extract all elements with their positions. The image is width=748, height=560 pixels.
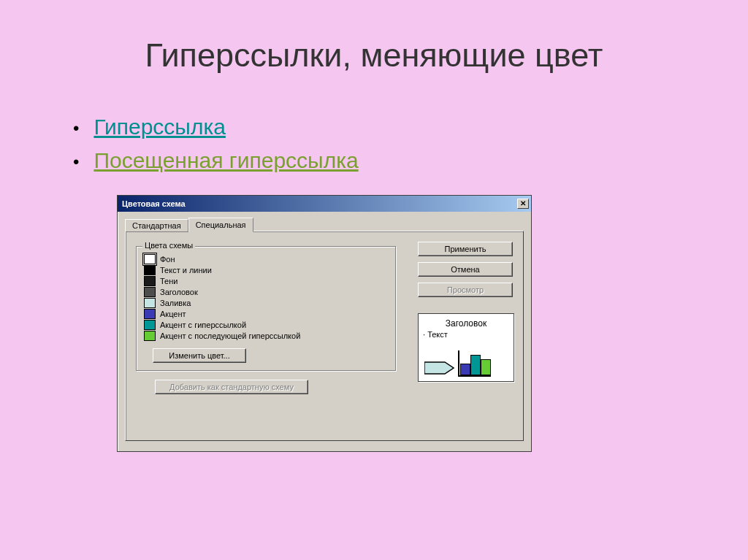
swatch-row[interactable]: Заливка	[144, 298, 388, 308]
color-swatch[interactable]	[144, 265, 156, 275]
slide: Гиперссылки, меняющие цвет • Гиперссылка…	[0, 0, 748, 560]
apply-button[interactable]: Применить	[418, 242, 513, 256]
bullet-item: • Посещенная гиперссылка	[73, 148, 697, 173]
color-swatch[interactable]	[144, 287, 156, 297]
swatch-label: Заливка	[160, 299, 191, 307]
dialog-titlebar[interactable]: Цветовая схема ✕	[118, 196, 531, 212]
groupbox-label: Цвета схемы	[142, 241, 195, 250]
cancel-button[interactable]: Отмена	[418, 262, 513, 277]
color-swatch[interactable]	[144, 320, 156, 330]
close-icon[interactable]: ✕	[517, 199, 529, 209]
swatch-row[interactable]: Акцент с последующей гиперссылкой	[144, 331, 388, 341]
color-swatch[interactable]	[144, 276, 156, 286]
swatch-label: Тени	[160, 277, 178, 285]
slide-title: Гиперссылки, меняющие цвет	[51, 37, 697, 74]
tab-strip: Стандартная Специальная	[125, 218, 524, 231]
preview-bullet: · Текст	[423, 330, 509, 339]
swatch-row[interactable]: Акцент с гиперссылкой	[144, 320, 388, 330]
swatch-row[interactable]: Акцент	[144, 309, 388, 319]
dialog-title: Цветовая схема	[122, 199, 186, 208]
color-swatch[interactable]	[144, 309, 156, 319]
color-swatch[interactable]	[144, 298, 156, 308]
add-standard-scheme-button: Добавить как стандартную схему	[155, 380, 308, 394]
swatch-label: Акцент с последующей гиперссылкой	[160, 331, 300, 340]
swatch-row[interactable]: Текст и линии	[144, 265, 388, 275]
swatch-label: Акцент с гиперссылкой	[160, 321, 246, 329]
preview-title: Заголовок	[423, 318, 509, 329]
change-color-button[interactable]: Изменить цвет...	[153, 348, 246, 363]
swatch-label: Текст и линии	[160, 266, 212, 275]
preview-button: Просмотр	[418, 283, 513, 297]
bullet-dot-icon: •	[73, 118, 79, 139]
swatch-list: ФонТекст и линииТениЗаголовокЗаливкаАкце…	[144, 254, 388, 341]
bar	[460, 364, 470, 375]
dialog-body: Стандартная Специальная Цвета схемы ФонТ…	[118, 212, 531, 451]
tab-panel-special: Цвета схемы ФонТекст и линииТениЗаголово…	[125, 231, 524, 441]
svg-marker-0	[424, 362, 454, 374]
swatch-row[interactable]: Тени	[144, 276, 388, 286]
visited-hyperlink[interactable]: Посещенная гиперссылка	[94, 148, 358, 173]
bullet-item: • Гиперссылка	[73, 115, 697, 139]
swatch-label: Заголовок	[160, 288, 198, 296]
bar-chart-icon	[458, 350, 491, 377]
bar	[470, 355, 481, 375]
scheme-preview: Заголовок · Текст	[418, 313, 514, 382]
bar	[481, 359, 491, 375]
scheme-colors-groupbox: Цвета схемы ФонТекст и линииТениЗаголово…	[136, 246, 396, 371]
color-swatch[interactable]	[144, 331, 156, 341]
tab-standard[interactable]: Стандартная	[125, 219, 188, 231]
color-swatch[interactable]	[144, 254, 156, 264]
bullet-dot-icon: •	[73, 152, 79, 172]
swatch-row[interactable]: Фон	[144, 254, 388, 264]
swatch-label: Фон	[160, 255, 175, 264]
tab-special[interactable]: Специальная	[188, 218, 253, 232]
swatch-label: Акцент	[160, 310, 186, 318]
preview-graphics	[424, 350, 491, 377]
hyperlink[interactable]: Гиперссылка	[94, 115, 225, 139]
bullet-list: • Гиперссылка • Посещенная гиперссылка	[73, 115, 697, 173]
arrow-shape-icon	[424, 359, 455, 377]
swatch-row[interactable]: Заголовок	[144, 287, 388, 297]
color-scheme-dialog: Цветовая схема ✕ Стандартная Специальная…	[117, 195, 532, 452]
